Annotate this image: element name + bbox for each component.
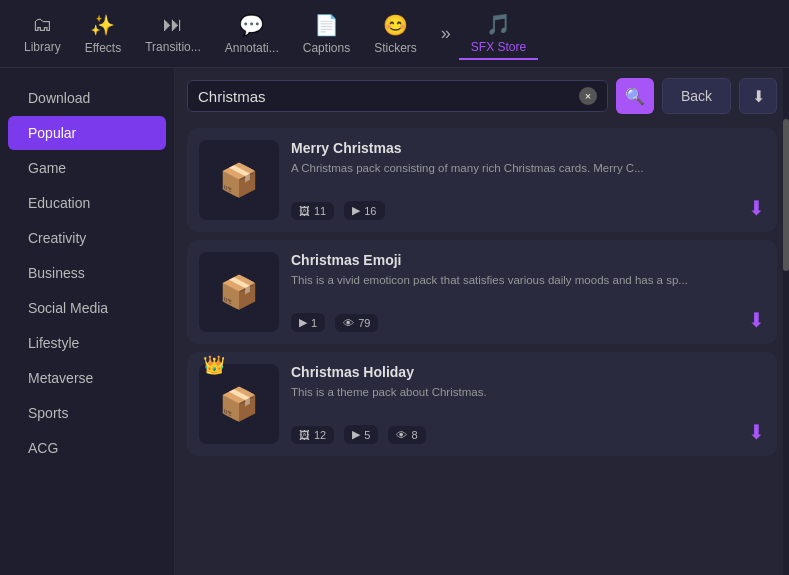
sidebar-item-education[interactable]: Education: [8, 186, 166, 220]
nav-item-annotations[interactable]: 💬 Annotati...: [213, 9, 291, 59]
nav-label-transitions: Transitio...: [145, 40, 201, 54]
sidebar-item-lifestyle[interactable]: Lifestyle: [8, 326, 166, 360]
nav-label-effects: Effects: [85, 41, 121, 55]
stat-icon-1a: 🖼: [299, 205, 310, 217]
sidebar-item-social-media[interactable]: Social Media: [8, 291, 166, 325]
card-desc-2: This is a vivid emoticon pack that satis…: [291, 272, 765, 289]
search-bar: × 🔍 Back ⬇: [175, 68, 789, 124]
right-panel: × 🔍 Back ⬇ 📦 Merry Christmas A Christmas…: [175, 68, 789, 575]
sidebar-item-metaverse[interactable]: Metaverse: [8, 361, 166, 395]
result-card-christmas-holiday: 👑 📦 Christmas Holiday This is a theme pa…: [187, 352, 777, 456]
scroll-thumb[interactable]: [783, 119, 789, 271]
sidebar-item-creativity[interactable]: Creativity: [8, 221, 166, 255]
stat-badge-2b: 👁 79: [335, 314, 378, 332]
stat-icon-2a: ▶: [299, 316, 307, 329]
stat-value-2a: 1: [311, 317, 317, 329]
more-icon: »: [441, 23, 451, 44]
package-icon-2: 📦: [219, 273, 259, 311]
stat-value-3a: 12: [314, 429, 326, 441]
stat-icon-3c: 👁: [396, 429, 407, 441]
card-content-3: Christmas Holiday This is a theme pack a…: [291, 364, 765, 444]
captions-icon: 📄: [314, 13, 339, 37]
stat-icon-2b: 👁: [343, 317, 354, 329]
sidebar-item-sports[interactable]: Sports: [8, 396, 166, 430]
nav-item-effects[interactable]: ✨ Effects: [73, 9, 133, 59]
nav-label-sfx: SFX Store: [471, 40, 526, 54]
main-content: Download Popular Game Education Creativi…: [0, 68, 789, 575]
stat-badge-3a: 🖼 12: [291, 426, 334, 444]
stickers-icon: 😊: [383, 13, 408, 37]
card-thumbnail-3: 👑 📦: [199, 364, 279, 444]
stat-value-3c: 8: [411, 429, 417, 441]
nav-item-stickers[interactable]: 😊 Stickers: [362, 9, 429, 59]
nav-item-sfx[interactable]: 🎵 SFX Store: [459, 8, 538, 60]
card-download-btn-2[interactable]: ⬇: [748, 308, 765, 332]
sidebar-item-download[interactable]: Download: [8, 81, 166, 115]
card-desc-1: A Christmas pack consisting of many rich…: [291, 160, 765, 177]
nav-label-library: Library: [24, 40, 61, 54]
card-title-2: Christmas Emoji: [291, 252, 765, 268]
stat-icon-1b: ▶: [352, 204, 360, 217]
transitions-icon: ⏭: [163, 13, 183, 36]
stat-badge-1b: ▶ 16: [344, 201, 384, 220]
search-input-wrap: ×: [187, 80, 608, 112]
card-title-1: Merry Christmas: [291, 140, 765, 156]
package-icon-1: 📦: [219, 161, 259, 199]
download-all-button[interactable]: ⬇: [739, 78, 777, 114]
nav-more-btn[interactable]: »: [433, 19, 459, 48]
stat-value-1a: 11: [314, 205, 326, 217]
search-icon: 🔍: [625, 87, 645, 106]
card-content-2: Christmas Emoji This is a vivid emoticon…: [291, 252, 765, 332]
card-thumbnail-2: 📦: [199, 252, 279, 332]
card-thumbnail-1: 📦: [199, 140, 279, 220]
card-stats-1: 🖼 11 ▶ 16: [291, 195, 765, 220]
scroll-track: [783, 68, 789, 575]
stat-value-1b: 16: [364, 205, 376, 217]
result-card-merry-christmas: 📦 Merry Christmas A Christmas pack consi…: [187, 128, 777, 232]
back-button[interactable]: Back: [662, 78, 731, 114]
card-stats-3: 🖼 12 ▶ 5 👁 8: [291, 419, 765, 444]
download-icon: ⬇: [752, 87, 765, 106]
card-download-btn-1[interactable]: ⬇: [748, 196, 765, 220]
search-input[interactable]: [198, 88, 573, 105]
card-desc-3: This is a theme pack about Christmas.: [291, 384, 765, 401]
nav-label-annotations: Annotati...: [225, 41, 279, 55]
crown-icon: 👑: [203, 354, 225, 376]
nav-item-captions[interactable]: 📄 Captions: [291, 9, 362, 59]
nav-item-library[interactable]: 🗂 Library: [12, 9, 73, 58]
stat-value-2b: 79: [358, 317, 370, 329]
sidebar-item-popular[interactable]: Popular: [8, 116, 166, 150]
result-card-christmas-emoji: 📦 Christmas Emoji This is a vivid emotic…: [187, 240, 777, 344]
card-stats-2: ▶ 1 👁 79: [291, 307, 765, 332]
stat-badge-2a: ▶ 1: [291, 313, 325, 332]
effects-icon: ✨: [90, 13, 115, 37]
top-nav: 🗂 Library ✨ Effects ⏭ Transitio... 💬 Ann…: [0, 0, 789, 68]
sfx-icon: 🎵: [486, 12, 511, 36]
nav-label-captions: Captions: [303, 41, 350, 55]
sidebar-item-game[interactable]: Game: [8, 151, 166, 185]
stat-badge-3c: 👁 8: [388, 426, 425, 444]
library-icon: 🗂: [32, 13, 52, 36]
card-title-3: Christmas Holiday: [291, 364, 765, 380]
card-download-btn-3[interactable]: ⬇: [748, 420, 765, 444]
nav-label-stickers: Stickers: [374, 41, 417, 55]
nav-item-transitions[interactable]: ⏭ Transitio...: [133, 9, 213, 58]
stat-value-3b: 5: [364, 429, 370, 441]
stat-icon-3a: 🖼: [299, 429, 310, 441]
stat-badge-1a: 🖼 11: [291, 202, 334, 220]
sidebar-item-acg[interactable]: ACG: [8, 431, 166, 465]
annotations-icon: 💬: [239, 13, 264, 37]
stat-icon-3b: ▶: [352, 428, 360, 441]
clear-search-button[interactable]: ×: [579, 87, 597, 105]
sidebar-item-business[interactable]: Business: [8, 256, 166, 290]
package-icon-3: 📦: [219, 385, 259, 423]
results-list: 📦 Merry Christmas A Christmas pack consi…: [175, 124, 789, 575]
sidebar: Download Popular Game Education Creativi…: [0, 68, 175, 575]
stat-badge-3b: ▶ 5: [344, 425, 378, 444]
card-content-1: Merry Christmas A Christmas pack consist…: [291, 140, 765, 220]
search-button[interactable]: 🔍: [616, 78, 654, 114]
